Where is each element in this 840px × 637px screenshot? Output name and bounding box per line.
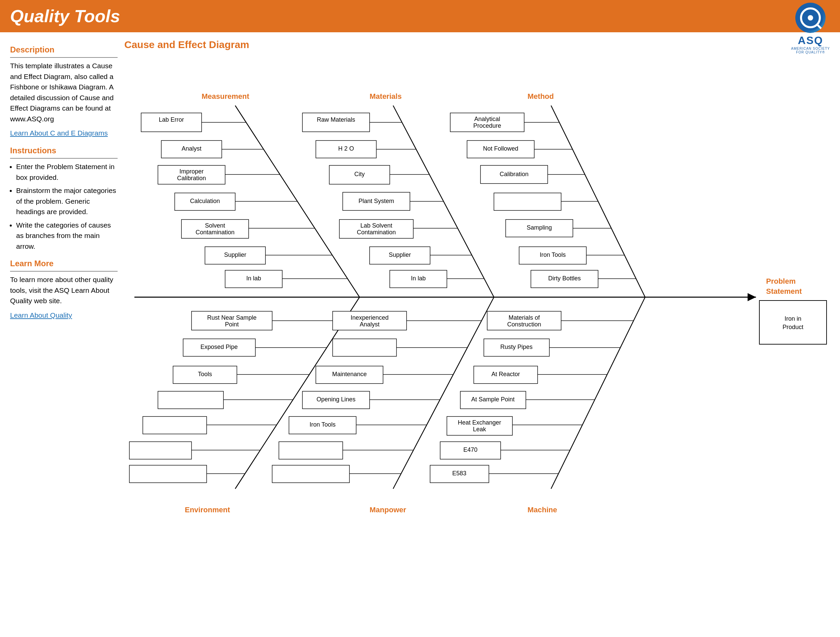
- svg-text:Analyst: Analyst: [182, 145, 201, 152]
- problem-box-text2: Product: [783, 324, 804, 330]
- svg-text:Improper: Improper: [179, 168, 204, 175]
- fishbone-diagram: Measurement Materials Method Environment…: [124, 55, 830, 637]
- svg-text:Rusty Pipes: Rusty Pipes: [500, 343, 532, 350]
- svg-text:Construction: Construction: [507, 321, 541, 328]
- svg-point-2: [808, 15, 813, 21]
- instruction-item: Brainstorm the major categories of the p…: [16, 185, 118, 217]
- page-subtitle: Cause and Effect Diagram: [124, 39, 830, 51]
- svg-text:Plant System: Plant System: [358, 198, 394, 204]
- svg-text:Maintenance: Maintenance: [332, 371, 366, 378]
- box-manp-2[interactable]: [333, 339, 396, 356]
- svg-text:Calibration: Calibration: [500, 171, 529, 177]
- cat-machine: Machine: [527, 506, 557, 514]
- svg-text:Contamination: Contamination: [357, 229, 396, 236]
- svg-text:Supplier: Supplier: [224, 251, 246, 258]
- svg-text:Lab Error: Lab Error: [159, 116, 184, 123]
- svg-line-3: [818, 25, 821, 28]
- svg-text:Contamination: Contamination: [196, 229, 235, 236]
- svg-text:Solvent: Solvent: [205, 222, 225, 229]
- svg-text:Analytical: Analytical: [474, 115, 500, 122]
- description-text: This template illustrates a Cause and Ef…: [10, 60, 118, 124]
- svg-text:Not Followed: Not Followed: [483, 145, 518, 152]
- problem-statement-label2: Statement: [766, 287, 802, 296]
- svg-text:At Sample Point: At Sample Point: [471, 396, 515, 403]
- svg-text:Materials of: Materials of: [508, 314, 540, 321]
- cat-environment: Environment: [185, 506, 230, 514]
- svg-line-11: [551, 297, 645, 489]
- box-env-4[interactable]: [158, 391, 223, 409]
- svg-text:Raw Materials: Raw Materials: [317, 116, 355, 123]
- box-env-6[interactable]: [129, 442, 191, 459]
- problem-box[interactable]: [759, 300, 827, 344]
- box-manp-6[interactable]: [279, 442, 343, 459]
- svg-text:At Reactor: At Reactor: [491, 371, 520, 378]
- svg-text:Iron Tools: Iron Tools: [540, 251, 566, 258]
- svg-text:Tools: Tools: [198, 371, 212, 378]
- svg-text:Rust Near Sample: Rust Near Sample: [207, 314, 256, 321]
- cat-materials: Materials: [369, 92, 401, 101]
- svg-text:Heat Exchanger: Heat Exchanger: [458, 419, 501, 426]
- svg-text:In lab: In lab: [246, 275, 261, 282]
- svg-marker-5: [748, 293, 756, 301]
- svg-text:Analyst: Analyst: [360, 321, 379, 328]
- quality-link[interactable]: Learn About Quality: [10, 311, 72, 319]
- instruction-item: Enter the Problem Statement in box provi…: [16, 161, 118, 183]
- app-title: Quality Tools: [10, 6, 120, 26]
- svg-text:Dirty Bottles: Dirty Bottles: [548, 275, 581, 282]
- svg-text:City: City: [354, 171, 365, 177]
- box-env-5[interactable]: [143, 416, 207, 434]
- svg-text:Supplier: Supplier: [389, 251, 411, 258]
- svg-text:Lab Solvent: Lab Solvent: [360, 222, 392, 229]
- svg-text:Sampling: Sampling: [526, 224, 552, 231]
- header: Quality Tools: [0, 0, 840, 32]
- sidebar: Description This template illustrates a …: [10, 39, 124, 637]
- problem-statement-label: Problem: [766, 277, 796, 285]
- svg-text:Exposed Pipe: Exposed Pipe: [200, 343, 238, 350]
- cat-method: Method: [527, 92, 554, 101]
- svg-text:Inexperienced: Inexperienced: [351, 314, 388, 321]
- problem-box-text: Iron in: [785, 315, 801, 322]
- description-title: Description: [10, 44, 118, 58]
- learn-more-title: Learn More: [10, 258, 118, 272]
- svg-text:Opening Lines: Opening Lines: [316, 396, 355, 403]
- svg-text:Leak: Leak: [473, 426, 486, 433]
- svg-text:Iron Tools: Iron Tools: [309, 421, 336, 428]
- asq-circle-icon: [795, 3, 826, 33]
- main-content: Description This template illustrates a …: [0, 32, 840, 637]
- svg-text:Calibration: Calibration: [177, 175, 206, 182]
- svg-text:Calculation: Calculation: [190, 198, 220, 204]
- instructions-title: Instructions: [10, 145, 118, 159]
- instruction-item: Write the categories of causes as branch…: [16, 220, 118, 252]
- cat-measurement: Measurement: [202, 92, 249, 101]
- svg-text:H 2 O: H 2 O: [338, 145, 354, 152]
- ce-diagrams-link[interactable]: Learn About C and E Diagrams: [10, 129, 108, 137]
- box-env-7[interactable]: [129, 465, 207, 483]
- svg-text:Point: Point: [225, 321, 238, 328]
- cat-manpower: Manpower: [369, 506, 406, 514]
- svg-text:In lab: In lab: [411, 275, 426, 282]
- box-manp-7[interactable]: [272, 465, 349, 483]
- instructions-list: Enter the Problem Statement in box provi…: [16, 161, 118, 251]
- box-method-4[interactable]: [494, 193, 561, 210]
- svg-text:E583: E583: [452, 470, 466, 477]
- svg-text:Procedure: Procedure: [473, 122, 501, 129]
- learn-more-text: To learn more about other quality tools,…: [10, 274, 118, 306]
- svg-text:E470: E470: [463, 446, 477, 453]
- diagram-area: Cause and Effect Diagram Measurement M: [124, 39, 830, 637]
